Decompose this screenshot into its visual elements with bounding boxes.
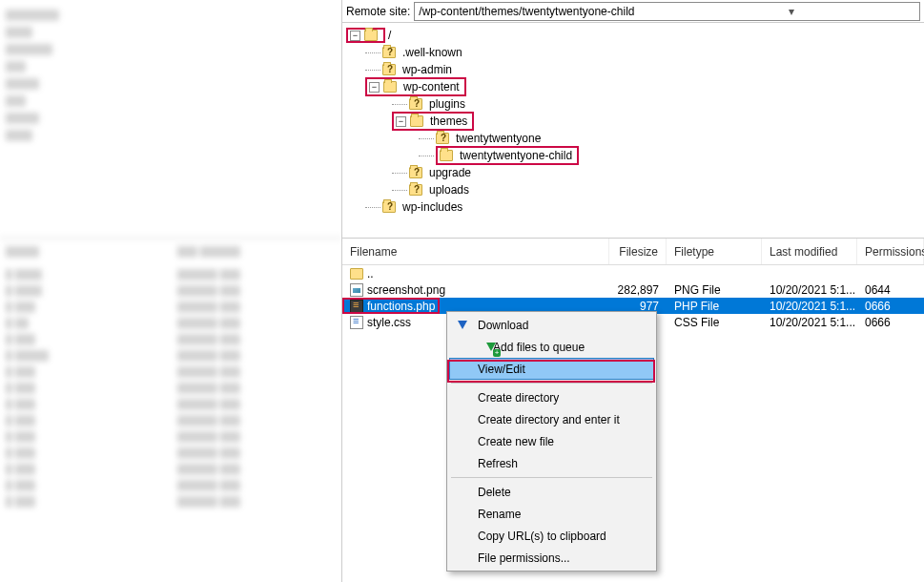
tree-expander[interactable]: −	[396, 116, 406, 127]
menu-separator	[451, 383, 652, 384]
ctx-rename[interactable]: Rename	[449, 503, 654, 525]
remote-tree[interactable]: −/ .well-known wp-admin −wp-content plug…	[342, 23, 924, 239]
ctx-download[interactable]: Download	[449, 314, 654, 336]
ctx-refresh[interactable]: Refresh	[449, 452, 654, 474]
menu-separator	[451, 477, 652, 478]
css-file-icon	[350, 316, 363, 329]
tree-item[interactable]: wp-content	[400, 79, 462, 94]
local-tree-blurred: ▯▯▯▯▯▯▯▯▯▯▯▯▯▯▯▯▯▯▯▯▯▯▯▯▯▯▯▯▯▯▯▯▯▯▯▯▯▯▯	[0, 0, 341, 239]
download-icon	[455, 318, 470, 333]
file-row-updir[interactable]: ..	[342, 265, 924, 281]
ctx-view-edit[interactable]: View/Edit	[449, 358, 654, 380]
tree-expander[interactable]: −	[369, 82, 380, 93]
folder-icon	[383, 81, 397, 93]
tree-item[interactable]: wp-admin	[400, 62, 455, 77]
remote-site-label: Remote site:	[346, 5, 410, 18]
remote-path-value: /wp-content/themes/twentytwentyone-child	[419, 5, 667, 18]
folder-icon	[364, 30, 378, 41]
ctx-file-permissions[interactable]: File permissions...	[449, 547, 654, 569]
ctx-add-to-queue[interactable]: + Add files to queue	[449, 336, 654, 358]
column-filesize[interactable]: Filesize	[609, 239, 667, 264]
folder-icon	[382, 201, 396, 213]
tree-root[interactable]: /	[385, 28, 394, 43]
ctx-create-new-file[interactable]: Create new file	[449, 430, 654, 452]
ctx-delete[interactable]: Delete	[449, 481, 654, 503]
column-filename[interactable]: Filename	[342, 239, 609, 264]
tree-item[interactable]: plugins	[426, 96, 468, 112]
folder-icon	[436, 133, 449, 144]
local-pane: ▯▯▯▯▯▯▯▯▯▯▯▯▯▯▯▯▯▯▯▯▯▯▯▯▯▯▯▯▯▯▯▯▯▯▯▯▯▯▯ …	[0, 0, 342, 582]
file-row[interactable]: screenshot.png 282,897 PNG File 10/20/20…	[342, 281, 924, 298]
tree-item[interactable]: twentytwentyone	[453, 131, 544, 146]
folder-up-icon	[350, 268, 363, 280]
folder-icon	[410, 115, 423, 127]
php-file-icon	[350, 300, 363, 313]
tree-item[interactable]: upgrade	[426, 165, 474, 180]
tree-item[interactable]: .well-known	[400, 45, 465, 60]
remote-path-combo[interactable]: /wp-content/themes/twentytwentyone-child…	[414, 2, 920, 21]
folder-icon	[409, 184, 422, 196]
ctx-create-directory[interactable]: Create directory	[449, 386, 654, 408]
local-list-blurred: ▯▯▯▯▯▯▯▯ ▯▯▯▯▯▯ ▯ ▯▯▯▯▯▯▯▯▯▯ ▯▯▯ ▯ ▯▯▯▯▯…	[0, 239, 341, 582]
folder-icon	[440, 150, 453, 161]
tree-expander[interactable]: −	[350, 31, 360, 41]
tree-item[interactable]: uploads	[426, 182, 472, 197]
folder-icon	[409, 167, 422, 178]
tree-item[interactable]: wp-includes	[400, 199, 465, 215]
png-file-icon	[350, 283, 363, 297]
context-menu: Download + Add files to queue View/Edit …	[446, 311, 657, 572]
file-list-header: Filename Filesize Filetype Last modified…	[342, 239, 924, 265]
chevron-down-icon[interactable]: ▾	[667, 5, 915, 18]
tree-item-selected[interactable]: twentytwentyone-child	[457, 148, 575, 163]
remote-site-bar: Remote site: /wp-content/themes/twentytw…	[342, 0, 924, 23]
ctx-create-directory-enter[interactable]: Create directory and enter it	[449, 408, 654, 430]
folder-icon	[409, 98, 422, 110]
column-permissions[interactable]: Permissions	[857, 239, 924, 264]
column-last-modified[interactable]: Last modified	[762, 239, 857, 264]
tree-item[interactable]: themes	[427, 114, 470, 129]
folder-icon	[382, 64, 396, 75]
ctx-copy-url[interactable]: Copy URL(s) to clipboard	[449, 525, 654, 547]
column-filetype[interactable]: Filetype	[667, 239, 762, 264]
add-queue-icon: +	[483, 340, 499, 355]
folder-icon	[382, 47, 396, 58]
